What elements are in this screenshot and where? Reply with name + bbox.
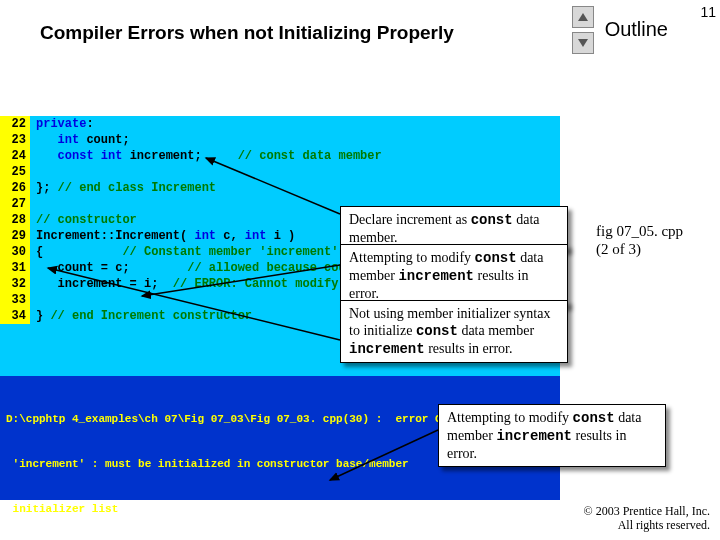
line-number: 26 xyxy=(0,180,30,196)
code-line: 25 xyxy=(0,164,560,180)
code-line: 22private: xyxy=(0,116,560,132)
code-text: const int increment; xyxy=(30,149,202,163)
code-text xyxy=(30,197,36,211)
error-line: initializer list xyxy=(6,502,554,517)
callout-modify-error-2: Attempting to modify const data member i… xyxy=(438,404,666,467)
callout-text: Attempting to modify xyxy=(349,250,475,265)
code-comment: // constructor xyxy=(36,213,137,227)
code-text: Increment::Increment( int c, int i ) xyxy=(30,229,295,243)
copyright-line1: © 2003 Prentice Hall, Inc. xyxy=(584,504,710,518)
line-number: 31 xyxy=(0,260,30,276)
callout-text: results in error. xyxy=(425,341,513,356)
code-text: }; xyxy=(30,181,58,195)
line-number: 34 xyxy=(0,308,30,324)
code-text: { xyxy=(30,245,43,259)
callout-code: const xyxy=(573,410,615,426)
file-part: (2 of 3) xyxy=(596,240,716,258)
callout-code: const xyxy=(416,323,458,339)
line-number: 24 xyxy=(0,148,30,164)
callout-code: const xyxy=(471,212,513,228)
code-comment: // end Increment constructor xyxy=(50,309,252,323)
line-number: 23 xyxy=(0,132,30,148)
callout-code: const xyxy=(475,250,517,266)
code-text xyxy=(30,165,36,179)
scroll-down-button[interactable] xyxy=(572,32,594,54)
callout-text: Declare increment as xyxy=(349,212,471,227)
line-number: 33 xyxy=(0,292,30,308)
slide-root: Compiler Errors when not Initializing Pr… xyxy=(0,0,720,540)
code-text: int count; xyxy=(30,133,130,147)
callout-modify-error-1: Attempting to modify const data member i… xyxy=(340,244,568,307)
code-text: } xyxy=(30,309,50,323)
callout-code: increment xyxy=(496,428,572,444)
code-line: 26}; // end class Increment xyxy=(0,180,560,196)
callout-code: increment xyxy=(398,268,474,284)
file-name: fig 07_05. cpp xyxy=(596,222,716,240)
copyright: © 2003 Prentice Hall, Inc. All rights re… xyxy=(584,504,710,532)
code-line: 24 const int increment; // const data me… xyxy=(0,148,560,164)
callout-text: Attempting to modify xyxy=(447,410,573,425)
line-number: 32 xyxy=(0,276,30,292)
slide-title: Compiler Errors when not Initializing Pr… xyxy=(40,22,454,44)
copyright-line2: All rights reserved. xyxy=(584,518,710,532)
code-comment: // const data member xyxy=(202,149,382,163)
code-text: increment = i; xyxy=(30,277,158,291)
code-text xyxy=(30,293,36,307)
line-number: 25 xyxy=(0,164,30,180)
line-number: 27 xyxy=(0,196,30,212)
page-number: 11 xyxy=(700,4,716,20)
outline-label: Outline xyxy=(605,18,668,41)
line-number: 28 xyxy=(0,212,30,228)
callout-no-initializer: Not using member initializer syntax to i… xyxy=(340,300,568,363)
file-reference: fig 07_05. cpp (2 of 3) xyxy=(596,222,716,258)
code-comment: // end class Increment xyxy=(58,181,216,195)
chevron-up-icon xyxy=(578,13,588,21)
callout-text: data member xyxy=(458,323,534,338)
code-text: private: xyxy=(30,117,94,131)
code-line: 23 int count; xyxy=(0,132,560,148)
callout-code: increment xyxy=(349,341,425,357)
scroll-up-button[interactable] xyxy=(572,6,594,28)
chevron-down-icon xyxy=(578,39,588,47)
code-text: count = c; xyxy=(30,261,130,275)
header: Compiler Errors when not Initializing Pr… xyxy=(0,0,720,60)
line-number: 30 xyxy=(0,244,30,260)
line-number: 22 xyxy=(0,116,30,132)
line-number: 29 xyxy=(0,228,30,244)
